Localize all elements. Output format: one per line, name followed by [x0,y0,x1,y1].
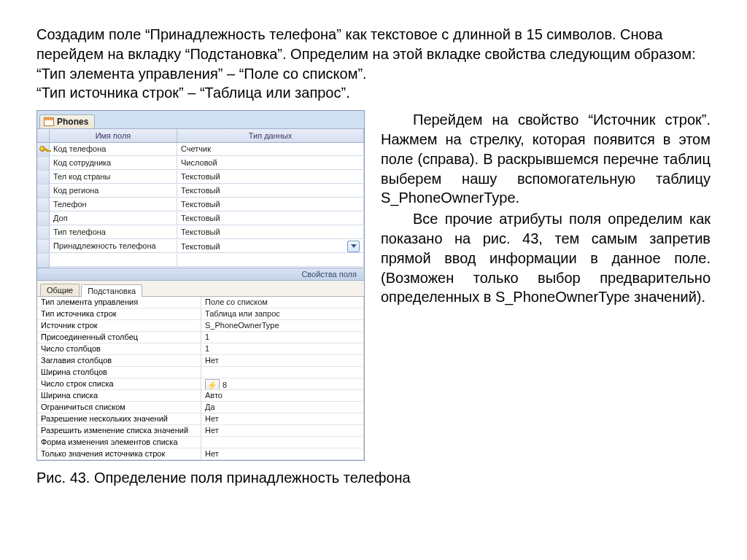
property-name: Присоединенный столбец [37,332,201,343]
property-value[interactable]: Нет [201,425,364,437]
field-name-cell[interactable]: Код региона [50,184,177,198]
row-selector[interactable] [37,240,50,254]
field-type-cell[interactable]: Текстовый [177,184,364,198]
row-selector-header [37,129,50,143]
figure-caption: Рис. 43. Определение поля принадлежность… [36,470,711,486]
property-value[interactable] [201,437,364,448]
field-type-cell[interactable]: Текстовый [177,212,364,225]
empty-cell [177,254,364,267]
lookup-properties-grid: Тип элемента управленияПоле со спискомТи… [37,297,364,460]
property-value[interactable]: Поле со списком [201,297,364,308]
field-name-cell[interactable]: Телефон [50,198,177,211]
field-type-cell[interactable]: Текстовый [177,226,364,239]
datasheet-icon [44,117,54,126]
col-header-type: Тип данных [177,129,364,143]
property-value[interactable] [201,367,364,378]
field-name-cell[interactable]: Доп [50,212,177,225]
properties-heading: Свойства поля [37,268,364,281]
object-tab-bar: Phones [37,111,364,129]
property-name: Число столбцов [37,343,201,355]
row-selector[interactable] [37,157,50,171]
empty-cell [37,254,50,268]
property-value[interactable]: 1 [201,332,364,343]
property-name: Форма изменения элементов списка [37,437,201,448]
property-tabs: Общие Подстановка [37,281,364,297]
col-header-name: Имя поля [50,129,177,143]
row-selector[interactable] [37,226,50,240]
property-name: Ограничиться списком [37,402,201,413]
field-name-cell[interactable]: Тел код страны [50,171,177,184]
tab-label: Phones [57,117,88,127]
field-name-cell[interactable]: Принадлежность телефона [50,240,177,253]
field-type-cell[interactable]: Текстовый [177,240,364,253]
tab-general[interactable]: Общие [40,284,80,296]
row-selector[interactable] [37,171,50,184]
type-dropdown-icon[interactable] [347,241,360,252]
property-value[interactable]: 1 [201,343,364,355]
row-selector[interactable] [37,184,50,198]
field-type-cell[interactable]: Текстовый [177,171,364,184]
intro-p2: “Тип элемента управления” – “Поле со спи… [36,64,711,84]
property-name: Ширина списка [37,390,201,402]
side-p2: Все прочие атрибуты поля определим как п… [381,209,711,307]
property-name: Число строк списка [37,378,201,390]
property-value[interactable]: Таблица или запрос [201,308,364,320]
smart-tag-icon[interactable]: ⚡ [205,379,220,390]
side-text: Перейдем на свойство “Источник строк”. Н… [381,110,711,461]
field-name-cell[interactable]: Код сотрудника [50,157,177,170]
property-name: Только значения источника строк [37,448,201,460]
intro-p1: Создадим поле “Принадлежность телефона” … [36,25,711,64]
property-value[interactable]: Нет [201,448,364,460]
intro-p3: “Тип источника строк” – “Таблица или зап… [36,83,711,103]
field-name-cell[interactable]: Тип телефона [50,226,177,239]
row-selector[interactable] [37,198,50,212]
property-name: Разрешить изменение списка значений [37,425,201,437]
empty-cell [50,254,177,267]
primary-key-icon [39,146,47,154]
property-name: Тип источника строк [37,308,201,320]
fields-grid: Имя поля Тип данных Код телефонаСчетчикК… [37,129,364,268]
property-name: Разрешение нескольких значений [37,413,201,425]
property-value[interactable]: Авто [201,390,364,402]
property-value[interactable]: Да [201,402,364,413]
property-value[interactable]: ⚡8 [201,378,364,390]
property-value[interactable]: S_PhoneOwnerType [201,320,364,332]
tab-lookup[interactable]: Подстановка [81,284,142,297]
field-type-cell[interactable]: Числовой [177,157,364,170]
intro-text: Создадим поле “Принадлежность телефона” … [36,25,711,103]
property-value[interactable]: Нет [201,355,364,367]
property-name: Заглавия столбцов [37,355,201,367]
object-tab-phones[interactable]: Phones [39,114,95,128]
access-table-design-panel: Phones Имя поля Тип данных Код телефонаС… [36,110,365,461]
row-selector[interactable] [37,212,50,226]
field-type-cell[interactable]: Счетчик [177,143,364,156]
field-name-cell[interactable]: Код телефона [50,143,177,156]
row-selector[interactable] [37,143,50,157]
property-value[interactable]: Нет [201,413,364,425]
property-name: Ширина столбцов [37,367,201,378]
field-type-cell[interactable]: Текстовый [177,198,364,211]
side-p1: Перейдем на свойство “Источник строк”. Н… [381,110,711,208]
property-name: Источник строк [37,320,201,332]
property-name: Тип элемента управления [37,297,201,308]
